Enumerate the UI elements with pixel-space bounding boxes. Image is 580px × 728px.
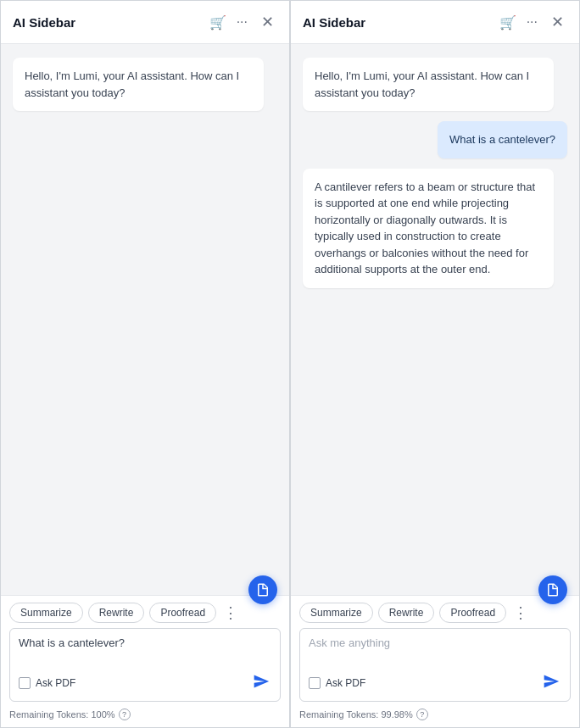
right-cart-icon[interactable]: 🛒 xyxy=(499,14,516,31)
assistant-message: Hello, I'm Lumi, your AI assistant. How … xyxy=(13,58,264,111)
right-more-icon[interactable]: ··· xyxy=(523,13,541,31)
left-ask-pdf-label[interactable]: Ask PDF xyxy=(19,677,75,689)
left-input-container: What is a cantelever? Ask PDF xyxy=(9,628,281,702)
float-doc-button[interactable] xyxy=(248,575,277,604)
proofread-button-right[interactable]: Proofread xyxy=(439,603,506,623)
left-sidebar: AI Sidebar 🛒 ··· ✕ Hello, I'm Lumi, your… xyxy=(0,0,290,728)
proofread-button-left[interactable]: Proofread xyxy=(149,603,216,623)
right-sidebar-header: AI Sidebar 🛒 ··· ✕ xyxy=(291,1,579,44)
right-ask-pdf-checkbox[interactable] xyxy=(309,677,321,689)
right-float-doc-button[interactable] xyxy=(538,575,567,604)
right-ask-pdf-label[interactable]: Ask PDF xyxy=(309,677,365,689)
right-help-icon[interactable]: ? xyxy=(416,709,428,720)
close-icon[interactable]: ✕ xyxy=(258,11,277,33)
right-chat-area: Hello, I'm Lumi, your AI assistant. How … xyxy=(291,44,579,595)
left-help-icon[interactable]: ? xyxy=(119,709,131,720)
right-sidebar-title: AI Sidebar xyxy=(303,15,493,30)
left-ask-pdf-checkbox[interactable] xyxy=(19,677,31,689)
right-tokens-row: Remaining Tokens: 99.98% ? xyxy=(299,707,571,724)
more-actions-left[interactable]: ⋮ xyxy=(223,605,238,620)
right-bottom-area: Summarize Rewrite Proofread ⋮ Ask PDF Re… xyxy=(291,595,579,727)
right-send-button[interactable] xyxy=(541,671,561,694)
left-bottom-area: Summarize Rewrite Proofread ⋮ What is a … xyxy=(1,595,289,727)
left-send-button[interactable] xyxy=(251,671,271,694)
more-icon[interactable]: ··· xyxy=(233,13,251,31)
more-actions-right[interactable]: ⋮ xyxy=(513,605,528,620)
right-input-bottom-row: Ask PDF xyxy=(309,671,561,694)
left-chat-area: Hello, I'm Lumi, your AI assistant. How … xyxy=(1,44,289,595)
left-input-bottom-row: Ask PDF xyxy=(19,671,271,694)
right-user-message: What is a cantelever? xyxy=(438,121,567,158)
summarize-button-left[interactable]: Summarize xyxy=(9,603,83,623)
left-tokens-row: Remaining Tokens: 100% ? xyxy=(9,707,281,724)
left-sidebar-header: AI Sidebar 🛒 ··· ✕ xyxy=(1,1,289,44)
right-quick-actions: Summarize Rewrite Proofread ⋮ xyxy=(299,603,571,623)
right-input-field[interactable] xyxy=(309,636,561,666)
right-assistant-message-2: A cantilever refers to a beam or structu… xyxy=(303,169,554,288)
rewrite-button-left[interactable]: Rewrite xyxy=(88,603,145,623)
left-quick-actions: Summarize Rewrite Proofread ⋮ xyxy=(9,603,281,623)
right-close-icon[interactable]: ✕ xyxy=(548,11,567,33)
left-sidebar-title: AI Sidebar xyxy=(13,15,203,30)
right-assistant-message-1: Hello, I'm Lumi, your AI assistant. How … xyxy=(303,58,554,111)
left-input-field[interactable]: What is a cantelever? xyxy=(19,636,271,666)
right-sidebar: AI Sidebar 🛒 ··· ✕ Hello, I'm Lumi, your… xyxy=(290,0,580,728)
right-input-container: Ask PDF xyxy=(299,628,571,702)
rewrite-button-right[interactable]: Rewrite xyxy=(378,603,435,623)
cart-icon[interactable]: 🛒 xyxy=(209,14,226,31)
summarize-button-right[interactable]: Summarize xyxy=(299,603,373,623)
